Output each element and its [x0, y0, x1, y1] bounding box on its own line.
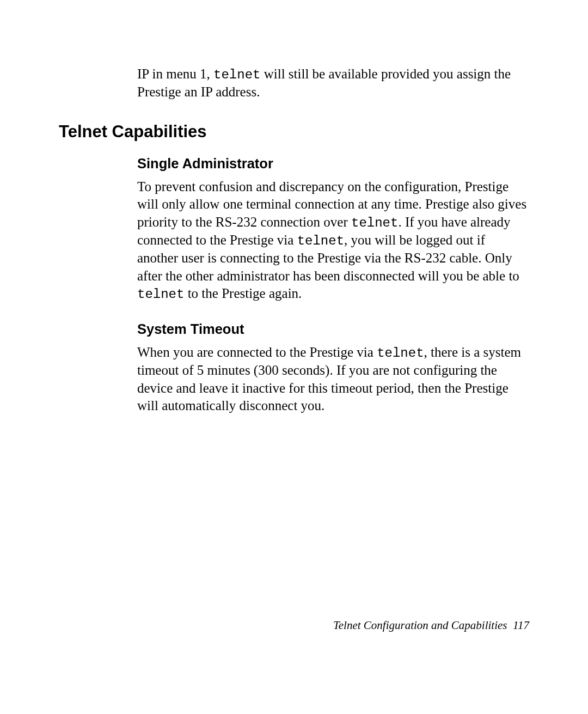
single-admin-paragraph: To prevent confusion and discrepancy on … [137, 178, 529, 303]
footer-page-number: 117 [513, 619, 529, 632]
sa-text-4: to the Prestige again. [184, 286, 302, 301]
section-body: Single Administrator To prevent confusio… [137, 156, 529, 415]
intro-text-pre: IP in menu 1, [137, 66, 213, 81]
sa-mono-2: telnet [297, 234, 344, 248]
footer-title: Telnet Configuration and Capabilities [333, 619, 507, 632]
page-footer: Telnet Configuration and Capabilities 11… [333, 619, 529, 632]
sa-mono-1: telnet [351, 216, 398, 230]
subheading-system-timeout: System Timeout [137, 321, 529, 337]
sa-mono-3: telnet [137, 287, 184, 302]
section-heading-telnet-capabilities: Telnet Capabilities [59, 122, 529, 142]
st-mono-1: telnet [377, 346, 424, 361]
subheading-single-administrator: Single Administrator [137, 156, 529, 172]
page-content: IP in menu 1, telnet will still be avail… [0, 0, 588, 714]
st-text-1: When you are connected to the Prestige v… [137, 345, 377, 359]
intro-paragraph: IP in menu 1, telnet will still be avail… [137, 65, 529, 101]
system-timeout-paragraph: When you are connected to the Prestige v… [137, 344, 529, 415]
intro-mono-telnet: telnet [213, 68, 260, 82]
